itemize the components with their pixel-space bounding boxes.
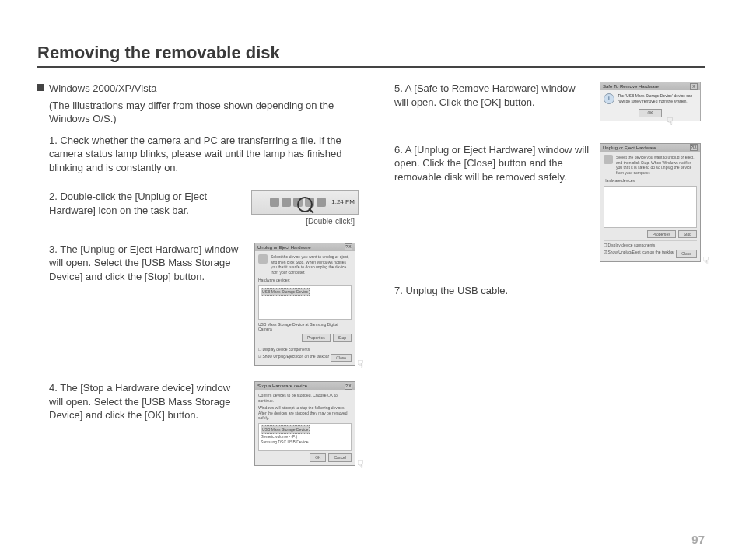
close-icon: X <box>690 83 698 90</box>
cursor-icon: ☟ <box>667 114 674 129</box>
step-4-text: 4. The [Stop a Hardware device] window w… <box>37 381 250 422</box>
step-5-body: A [Safe to Remove Hardware] window will … <box>394 82 576 108</box>
step-3-text: 3. The [Unplug or Eject Hardware] window… <box>37 243 250 284</box>
step-1-body: Check whether the camera and PC are tran… <box>49 135 341 173</box>
device-list: USB Mass Storage Device <box>258 285 352 320</box>
close-button: Close <box>331 354 352 362</box>
cancel-button: Cancel <box>328 453 352 462</box>
dialog-body: i The 'USB Mass Storage Device' device c… <box>600 90 700 107</box>
ok-button: OK <box>310 453 326 462</box>
right-column: 5. A [Safe to Remove Hardware] window wi… <box>383 82 705 481</box>
page-number: 97 <box>691 533 705 546</box>
dialog-msg: The 'USB Mass Storage Device' device can… <box>618 93 697 104</box>
hardware-icon <box>604 155 613 164</box>
step-7: 7. Unplug the USB cable. <box>383 284 705 298</box>
check-2: ☑ Show Unplug/Eject icon on the taskbar <box>604 250 674 258</box>
device-list-empty <box>604 186 697 228</box>
step-2-body: Double-click the [Unplug or Eject Hardwa… <box>49 191 207 216</box>
check-2-row: ☑ Show Unplug/Eject icon on the taskbar … <box>258 354 352 362</box>
step-6-figure: Unplug or Eject Hardware ?|X Select the … <box>596 143 705 262</box>
bullet-heading: Windows 2000/XP/Vista <box>49 82 157 96</box>
close-icon: ?|X <box>690 144 698 151</box>
dialog-intro: Select the device you want to unplug or … <box>258 254 352 275</box>
close-icon: ?|X <box>345 243 352 250</box>
dialog-intro: Select the device you want to unplug or … <box>604 155 697 176</box>
step-5-text: 5. A [Safe to Remove Hardware] window wi… <box>383 82 596 109</box>
device-item-selected: USB Mass Storage Device <box>261 288 310 296</box>
dialog-section-label: Hardware devices: <box>604 178 697 184</box>
device-list: USB Mass Storage Device Generic volume -… <box>258 423 352 451</box>
step-4: 4. The [Stop a Hardware device] window w… <box>37 381 359 466</box>
bullet-heading-row: Windows 2000/XP/Vista <box>37 82 359 96</box>
cursor-icon: ☟ <box>702 254 709 268</box>
cursor-icon: ☟ <box>357 457 364 472</box>
left-column: Windows 2000/XP/Vista (The illustrations… <box>37 82 359 481</box>
step-5: 5. A [Safe to Remove Hardware] window wi… <box>383 82 705 121</box>
dialog-body: Confirm devices to be stopped, Choose OK… <box>255 390 355 465</box>
step-6-text: 6. A [Unplug or Eject Hardware] window w… <box>383 143 596 184</box>
step-6: 6. A [Unplug or Eject Hardware] window w… <box>383 143 705 262</box>
taskbar-screenshot: 1:24 PM <box>251 190 359 215</box>
step-4-figure: Stop a Hardware device ?|X Confirm devic… <box>250 381 359 466</box>
check-2-row: ☑ Show Unplug/Eject icon on the taskbar … <box>604 250 697 258</box>
dialog-body: Select the device you want to unplug or … <box>255 251 355 366</box>
dialog-titlebar: Unplug or Eject Hardware ?|X <box>600 144 700 152</box>
dialog-section-label: Hardware devices: <box>258 278 352 283</box>
dialog-titlebar: Safe To Remove Hardware X <box>600 82 700 90</box>
step-2-num: 2. <box>49 191 58 202</box>
step-6-num: 6. <box>394 144 403 156</box>
step-3-figure: Unplug or Eject Hardware ?|X Select the … <box>250 243 359 366</box>
dialog-body: Select the device you want to unplug or … <box>600 152 700 261</box>
tray-icon <box>317 198 326 207</box>
dialog-title-text: Safe To Remove Hardware <box>603 83 659 89</box>
step-3-body: The [Unplug or Eject Hardware] window wi… <box>49 243 238 282</box>
device-item-2: Generic volume - (F:) <box>261 434 349 439</box>
tray-icon <box>282 198 291 207</box>
square-bullet-icon <box>37 84 44 91</box>
device-item-3: Samsung DSC USB Device <box>261 439 349 445</box>
step-1-num: 1. <box>49 135 58 146</box>
stop-button: Stop <box>333 334 352 342</box>
step-1: 1. Check whether the camera and PC are t… <box>37 134 359 175</box>
tray-time: 1:24 PM <box>331 198 355 207</box>
dialog-button-row: Properties Stop <box>258 334 352 342</box>
dialog-title-text: Stop a Hardware device <box>257 383 307 389</box>
step-2: 2. Double-click the [Unplug or Eject Har… <box>37 190 359 227</box>
step-5-figure: Safe To Remove Hardware X i The 'USB Mas… <box>596 82 705 121</box>
close-button: Close <box>676 250 697 258</box>
dialog-button-row: OK Cancel <box>258 453 352 462</box>
close-icon: ?|X <box>345 383 352 390</box>
properties-button: Properties <box>647 230 676 239</box>
dialog-checks: ☐ Display device components ☑ Show Unplu… <box>604 240 697 258</box>
tray-icon <box>270 198 279 207</box>
device-item-1: USB Mass Storage Device <box>261 425 310 434</box>
dialog-button-row: Properties Stop <box>604 230 697 239</box>
device-subtext: USB Mass Storage Device at Samsung Digit… <box>258 322 352 333</box>
content-columns: Windows 2000/XP/Vista (The illustrations… <box>37 82 705 481</box>
step-4-num: 4. <box>49 382 58 394</box>
step-2-text: 2. Double-click the [Unplug or Eject Har… <box>37 190 250 217</box>
info-icon: i <box>604 93 614 104</box>
unplug-dialog: Unplug or Eject Hardware ?|X Select the … <box>254 243 355 366</box>
step-7-num: 7. <box>394 285 403 296</box>
dialog-title-text: Unplug or Eject Hardware <box>603 145 656 151</box>
check-1: ☐ Display device components <box>258 347 352 352</box>
ok-button: OK <box>639 109 661 117</box>
step-5-num: 5. <box>394 82 403 94</box>
check-2: ☑ Show Unplug/Eject icon on the taskbar <box>258 354 329 362</box>
step-2-figure: 1:24 PM [Double-click!] <box>250 190 359 227</box>
dialog-desc2: Windows will attempt to stop the followi… <box>258 405 352 421</box>
dialog-desc: Select the device you want to unplug or … <box>616 155 697 176</box>
manual-page: Removing the removable disk Windows 2000… <box>0 0 742 560</box>
step-7-text: 7. Unplug the USB cable. <box>383 284 705 298</box>
properties-button: Properties <box>302 334 331 342</box>
dialog-titlebar: Stop a Hardware device ?|X <box>255 382 355 390</box>
dialog-checks: ☐ Display device components ☑ Show Unplu… <box>258 345 352 362</box>
page-title: Removing the removable disk <box>37 43 705 68</box>
dialog-desc: Select the device you want to unplug or … <box>271 254 352 275</box>
safe-remove-dialog: Safe To Remove Hardware X i The 'USB Mas… <box>600 82 701 121</box>
hardware-icon <box>258 254 268 264</box>
dialog-title-text: Unplug or Eject Hardware <box>257 244 311 250</box>
step-1-text: 1. Check whether the camera and PC are t… <box>37 134 359 175</box>
dialog-titlebar: Unplug or Eject Hardware ?|X <box>255 243 355 251</box>
